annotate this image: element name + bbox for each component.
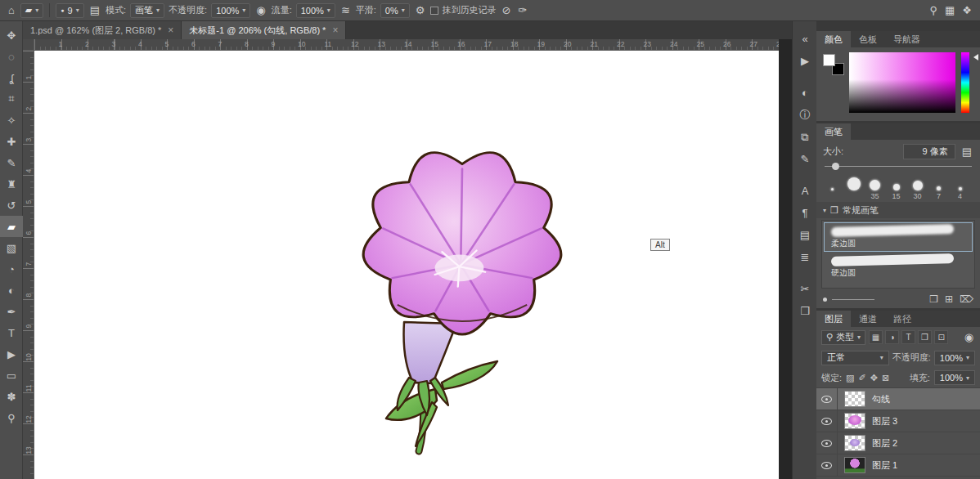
smoothing-gear-icon[interactable]: ⚙ bbox=[414, 4, 427, 16]
path-selection-tool[interactable]: ▶ bbox=[0, 343, 23, 365]
info-icon[interactable]: ⓘ bbox=[793, 104, 817, 126]
brush-tool[interactable]: ✎ bbox=[0, 152, 23, 173]
eyedropper-tool[interactable]: ✧ bbox=[0, 110, 23, 131]
brush-settings-icon[interactable]: ✎ bbox=[793, 148, 817, 170]
lock-all-icon[interactable]: ⊠ bbox=[882, 373, 889, 383]
brush-folder-general[interactable]: ▾ ❒ 常规画笔 bbox=[816, 202, 980, 218]
history-icon[interactable]: ≣ bbox=[793, 246, 817, 268]
lock-transparency-icon[interactable]: ▨ bbox=[846, 373, 854, 383]
foreground-color-swatch[interactable] bbox=[823, 54, 835, 66]
layer-filter-type-select[interactable]: ⚲ 类型 ▾ bbox=[821, 330, 865, 345]
layer-row[interactable]: 图层 1 bbox=[816, 454, 980, 477]
delete-brush-icon[interactable]: ⌦ bbox=[960, 293, 973, 305]
zoom-tool[interactable]: ⚲ bbox=[0, 407, 23, 428]
layer-opacity-select[interactable]: 100% ▾ bbox=[934, 351, 975, 365]
marquee-tool[interactable]: ◌ bbox=[0, 46, 23, 67]
actions-icon[interactable]: ▶ bbox=[793, 50, 817, 72]
new-brush-group-icon[interactable]: ❒ bbox=[929, 293, 938, 305]
character-icon[interactable]: A bbox=[793, 180, 817, 202]
brush-preset-picker[interactable]: ● 9 ▾ bbox=[56, 3, 83, 18]
mode-select[interactable]: 画笔 ▾ bbox=[130, 3, 164, 18]
brush-preset[interactable]: 7 bbox=[929, 186, 948, 200]
dodge-tool[interactable]: ◐ bbox=[0, 280, 23, 301]
smart-object-filter-icon[interactable]: ⊡ bbox=[934, 330, 948, 344]
tab-brushes[interactable]: 画笔 bbox=[816, 123, 851, 140]
pixel-filter-icon[interactable]: ▦ bbox=[869, 330, 883, 344]
slider-knob[interactable] bbox=[832, 163, 839, 170]
eraser-tool[interactable]: ▰ bbox=[0, 216, 23, 237]
tool-preset-picker[interactable]: ▰ ▾ bbox=[20, 3, 43, 18]
hue-slider-marker[interactable] bbox=[973, 54, 978, 60]
smoothing-select[interactable]: 0% ▾ bbox=[380, 3, 410, 18]
brush-item[interactable]: 硬边圆 bbox=[824, 252, 973, 281]
brush-preset[interactable]: 15 bbox=[887, 184, 906, 200]
brush-preset[interactable]: 30 bbox=[908, 181, 927, 200]
airbrush-icon[interactable]: ≋ bbox=[339, 4, 352, 16]
tab-channels[interactable]: 通道 bbox=[851, 311, 885, 327]
lasso-tool[interactable]: ʆ bbox=[0, 67, 23, 88]
layer-row[interactable]: 勾线 bbox=[816, 388, 980, 410]
home-icon[interactable]: ⌂ bbox=[7, 4, 16, 16]
new-brush-icon[interactable]: ⊞ bbox=[945, 293, 953, 305]
brush-item[interactable]: 柔边圆 bbox=[824, 222, 973, 252]
brush-settings-toggle-icon[interactable]: ▤ bbox=[960, 145, 973, 158]
brush-size-input[interactable]: 9 像素 bbox=[903, 144, 955, 159]
vertical-ruler[interactable]: 12345678910111213 bbox=[23, 51, 34, 479]
gradient-tool[interactable]: ▧ bbox=[0, 237, 23, 258]
paragraph-icon[interactable]: ¶ bbox=[793, 202, 817, 224]
layer-row[interactable]: 图层 2 bbox=[816, 432, 980, 454]
tab-paths[interactable]: 路径 bbox=[885, 311, 919, 327]
stroke-preview-slider[interactable] bbox=[832, 299, 874, 300]
shape-tool[interactable]: ▭ bbox=[0, 365, 23, 386]
layer-visibility-toggle[interactable] bbox=[816, 410, 838, 432]
search-icon[interactable]: ⚲ bbox=[928, 4, 940, 16]
move-tool[interactable]: ✥ bbox=[0, 25, 23, 46]
close-tab-icon[interactable]: × bbox=[168, 25, 173, 36]
pressure-size-icon[interactable]: ✑ bbox=[516, 4, 528, 16]
healing-brush-tool[interactable]: ✚ bbox=[0, 131, 23, 152]
close-tab-icon[interactable]: × bbox=[332, 25, 338, 36]
horizontal-ruler[interactable]: 1234567891011121314151617181920212223242… bbox=[34, 39, 779, 51]
pressure-opacity-icon[interactable]: ◉ bbox=[254, 4, 267, 16]
layout-icon[interactable]: ❖ bbox=[960, 4, 973, 16]
blend-mode-select[interactable]: 正常 ▾ bbox=[821, 351, 889, 365]
flow-select[interactable]: 100% ▾ bbox=[296, 3, 335, 18]
color-saturation-field[interactable] bbox=[849, 52, 955, 113]
brush-preset[interactable]: 4 bbox=[951, 187, 969, 200]
erase-to-history-checkbox[interactable]: 抹到历史记录 bbox=[430, 4, 496, 16]
clone-stamp-tool[interactable]: ♜ bbox=[0, 173, 23, 195]
shape-filter-icon[interactable]: ❒ bbox=[918, 330, 932, 344]
tab-navigator[interactable]: 导航器 bbox=[885, 31, 928, 47]
clone-source-icon[interactable]: ⧉ bbox=[793, 126, 817, 148]
lock-paint-icon[interactable]: ✐ bbox=[858, 373, 865, 383]
layer-visibility-toggle[interactable] bbox=[816, 388, 838, 410]
history-brush-tool[interactable]: ↺ bbox=[0, 195, 23, 216]
brush-size-slider[interactable] bbox=[825, 159, 972, 172]
workspace-icon[interactable]: ▦ bbox=[943, 4, 956, 16]
collapse-panels-icon[interactable]: « bbox=[793, 28, 817, 50]
canvas[interactable]: Alt bbox=[34, 51, 779, 479]
opacity-select[interactable]: 100% ▾ bbox=[211, 3, 250, 18]
slices-icon[interactable]: ✂ bbox=[793, 278, 817, 300]
brush-settings-panel-toggle-icon[interactable]: ▤ bbox=[88, 4, 101, 16]
tab-color[interactable]: 颜色 bbox=[816, 31, 851, 47]
libraries-icon[interactable]: ▤ bbox=[793, 224, 817, 246]
brush-preset[interactable] bbox=[823, 188, 842, 200]
brush-preset[interactable]: 35 bbox=[865, 180, 884, 200]
layer-visibility-toggle[interactable] bbox=[816, 454, 838, 477]
tab-swatches[interactable]: 色板 bbox=[851, 31, 885, 47]
document-tab[interactable]: 未标题-1 @ 206% (勾线, RGB/8) *× bbox=[182, 21, 346, 39]
blur-tool[interactable]: ◔ bbox=[0, 258, 23, 280]
crop-tool[interactable]: ⌗ bbox=[0, 88, 23, 110]
layer-row[interactable]: 图层 3 bbox=[816, 410, 980, 432]
document-tab[interactable]: 1.psd @ 162% (图层 2, RGB/8) *× bbox=[23, 21, 182, 39]
symmetry-icon[interactable]: ⊘ bbox=[500, 4, 512, 16]
layer-fill-select[interactable]: 100% ▾ bbox=[934, 370, 975, 385]
pen-tool[interactable]: ✒ bbox=[0, 301, 23, 322]
hue-slider[interactable] bbox=[961, 52, 969, 113]
hand-tool[interactable]: ✽ bbox=[0, 386, 23, 407]
timeline-icon[interactable]: ❒ bbox=[793, 300, 817, 322]
layer-visibility-toggle[interactable] bbox=[816, 432, 838, 454]
lock-position-icon[interactable]: ✥ bbox=[870, 373, 878, 383]
filter-toggle-icon[interactable]: ◉ bbox=[963, 331, 975, 343]
